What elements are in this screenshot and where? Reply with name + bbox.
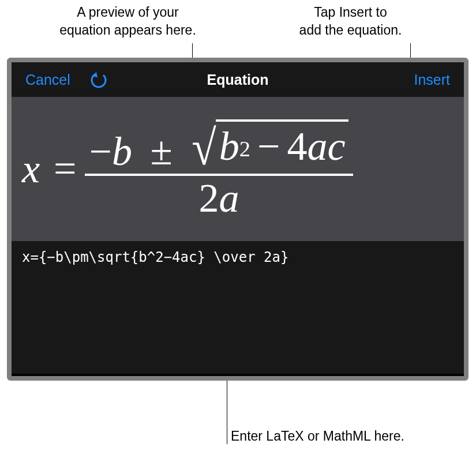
eq-var-x: x	[22, 146, 40, 192]
eq-fraction: −b ± √ b2 − 4ac 2a	[85, 117, 354, 221]
cancel-button[interactable]: Cancel	[25, 72, 70, 88]
insert-button[interactable]: Insert	[414, 72, 450, 88]
eq-plus-minus: ±	[151, 129, 173, 173]
sheet-title: Equation	[207, 72, 269, 88]
eq-numerator: −b ± √ b2 − 4ac	[85, 117, 354, 174]
callout-insert-text: Tap Insert to add the equation.	[286, 3, 415, 39]
eq-sqrt: √ b2 − 4ac	[190, 119, 348, 167]
eq-a-2: a	[219, 176, 239, 220]
sheet-toolbar: Cancel Equation Insert	[12, 62, 464, 97]
eq-a-1: a	[307, 126, 327, 167]
eq-minus: −	[89, 129, 112, 173]
eq-two: 2	[199, 176, 219, 220]
equation-sheet: Cancel Equation Insert x = −b ±	[7, 58, 468, 381]
eq-b-1: b	[112, 129, 132, 173]
eq-exp-2: 2	[239, 138, 250, 160]
undo-icon[interactable]	[89, 70, 108, 89]
eq-minus-2: −	[257, 126, 280, 167]
callout-preview-text: A preview of your equation appears here.	[55, 3, 201, 39]
eq-denominator: 2a	[194, 176, 244, 221]
equation-preview: x = −b ± √ b2 − 4ac	[12, 97, 464, 241]
svg-point-0	[89, 70, 108, 89]
eq-radicand: b2 − 4ac	[216, 119, 349, 167]
callout-entry-text: Enter LaTeX or MathML here.	[231, 427, 421, 445]
callout-entry-leader	[227, 381, 227, 444]
radical-icon: √	[192, 129, 216, 167]
latex-input[interactable]: x={−b\pm\sqrt{b^2−4ac} \over 2a}	[12, 241, 464, 374]
eq-equals: =	[54, 146, 76, 192]
eq-b-2: b	[219, 126, 239, 167]
toolbar-left-group: Cancel	[25, 70, 108, 89]
eq-four: 4	[287, 126, 307, 167]
eq-c: c	[327, 126, 345, 167]
